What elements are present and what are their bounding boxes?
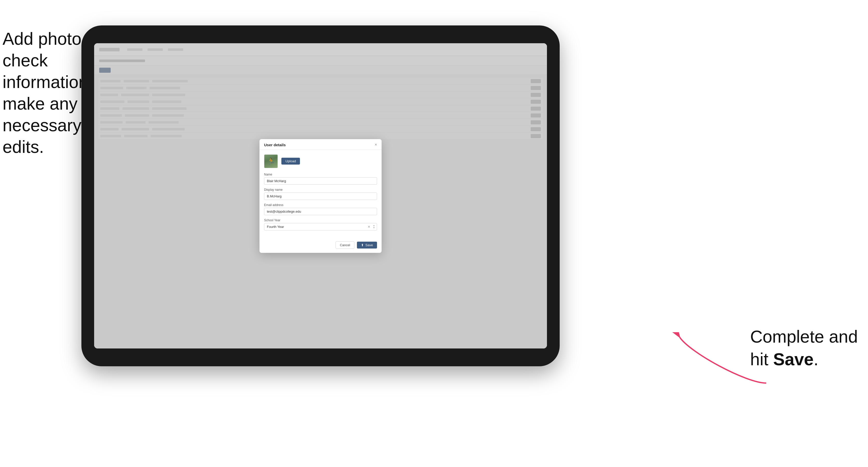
modal-footer: Cancel ⬆ Save bbox=[259, 238, 381, 253]
annotation-right-line1: Complete and bbox=[750, 327, 858, 346]
tablet-screen: User details × Upload Name bbox=[94, 43, 547, 348]
cancel-button[interactable]: Cancel bbox=[336, 241, 354, 249]
school-year-label: School Year bbox=[264, 218, 377, 222]
annotation-right: Complete and hit Save. bbox=[750, 325, 858, 370]
user-details-modal: User details × Upload Name bbox=[259, 139, 381, 253]
save-label: Save bbox=[365, 243, 373, 247]
display-name-label: Display name bbox=[264, 188, 377, 191]
school-year-input[interactable] bbox=[264, 223, 377, 230]
annotation-right-line2: hit bbox=[750, 349, 773, 369]
tablet-device: User details × Upload Name bbox=[82, 25, 560, 366]
modal-close-button[interactable]: × bbox=[375, 143, 377, 147]
upload-button[interactable]: Upload bbox=[281, 158, 300, 164]
chevron-up-icon: ▲ bbox=[373, 225, 375, 227]
photo-row: Upload bbox=[264, 154, 377, 168]
photo-thumbnail bbox=[264, 154, 278, 168]
select-arrows-icon: ▲ ▼ bbox=[373, 225, 375, 229]
save-button[interactable]: ⬆ Save bbox=[357, 242, 377, 249]
modal-body: Upload Name Display name Email addre bbox=[259, 150, 381, 238]
school-year-field-group: School Year ✕ ▲ ▼ bbox=[264, 218, 377, 230]
modal-header: User details × bbox=[259, 139, 381, 150]
display-name-input[interactable] bbox=[264, 192, 377, 200]
school-year-select-wrapper: ✕ ▲ ▼ bbox=[264, 223, 377, 230]
modal-title: User details bbox=[264, 143, 286, 147]
display-name-field-group: Display name bbox=[264, 188, 377, 200]
save-icon: ⬆ bbox=[361, 243, 364, 247]
annotation-right-bold: Save bbox=[773, 349, 813, 369]
email-field-group: Email address bbox=[264, 203, 377, 215]
modal-overlay: User details × Upload Name bbox=[94, 43, 547, 348]
name-input[interactable] bbox=[264, 177, 377, 185]
select-clear-icon[interactable]: ✕ bbox=[368, 225, 370, 229]
name-label: Name bbox=[264, 173, 377, 176]
email-input[interactable] bbox=[264, 208, 377, 215]
email-label: Email address bbox=[264, 203, 377, 207]
chevron-down-icon: ▼ bbox=[373, 227, 375, 229]
annotation-right-end: . bbox=[813, 349, 818, 369]
name-field-group: Name bbox=[264, 173, 377, 185]
photo-image bbox=[264, 155, 278, 168]
